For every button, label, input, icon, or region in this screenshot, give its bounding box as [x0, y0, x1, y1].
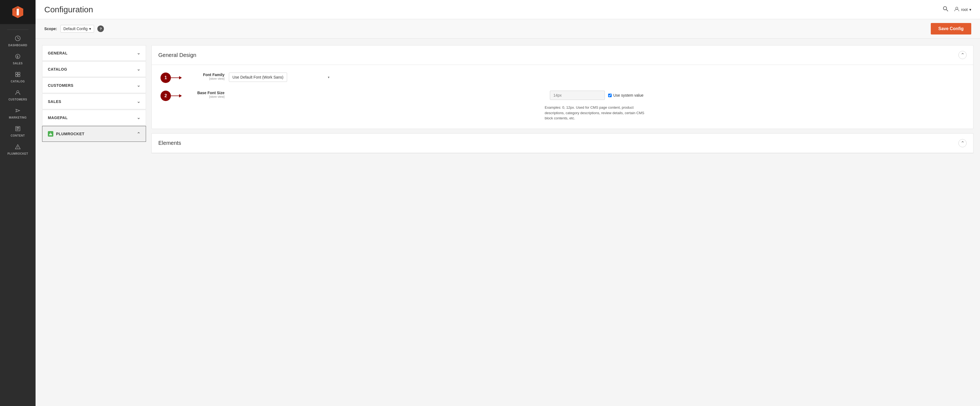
header-right: root ▾ — [943, 6, 971, 13]
svg-line-20 — [947, 10, 948, 11]
arrow-head-2 — [179, 94, 182, 98]
base-font-size-hint: Examples: 0, 12px. Used for CMS page con… — [545, 105, 649, 121]
page-title: Configuration — [44, 5, 93, 14]
general-design-header: General Design ⌃ — [152, 45, 973, 65]
main-content: Configuration root ▾ — [35, 0, 980, 406]
sidebar-item-customers-label: CUSTOMERS — [8, 98, 27, 101]
plumrocket-header-left: PLUMROCKET — [48, 131, 84, 137]
sidebar-item-marketing[interactable]: MARKETING — [0, 104, 35, 122]
svg-point-21 — [956, 7, 958, 9]
top-header: Configuration root ▾ — [35, 0, 980, 19]
accordion-header-general: GENERAL ⌄ — [42, 45, 146, 61]
base-font-size-input-wrap: Use system value Examples: 0, 12px. Used… — [229, 91, 964, 121]
svg-rect-8 — [16, 75, 18, 77]
scope-dropdown[interactable]: Default Config ▾ — [60, 25, 94, 33]
base-font-size-row: 2 Base Font Size [store view] — [161, 91, 964, 121]
accordion-label-general: GENERAL — [48, 51, 68, 55]
save-config-button[interactable]: Save Config — [931, 23, 971, 35]
step-2-indicator: 2 — [161, 91, 182, 101]
accordion-icon-customers: ⌄ — [137, 83, 140, 88]
general-design-section: General Design ⌃ 1 Font Family [store — [151, 45, 974, 129]
sidebar-item-marketing-label: MARKETING — [9, 116, 27, 119]
user-menu[interactable]: root ▾ — [954, 6, 971, 13]
base-font-size-label: Base Font Size — [186, 91, 224, 95]
base-font-size-sublabel: [store view] — [186, 95, 224, 98]
sidebar-item-content[interactable]: CONTENT — [0, 122, 35, 141]
elements-toggle[interactable]: ⌃ — [958, 139, 967, 147]
accordion-icon-catalog: ⌄ — [137, 67, 140, 72]
sidebar-item-sales[interactable]: $ SALES — [0, 50, 35, 68]
font-family-select-wrapper: Use Default Font (Work Sans) Arial Helve… — [229, 72, 333, 82]
font-family-select[interactable]: Use Default Font (Work Sans) Arial Helve… — [229, 72, 287, 82]
content-icon — [15, 126, 21, 133]
sidebar-item-dashboard-label: DASHBOARD — [8, 44, 27, 47]
arrow-line-1 — [171, 77, 179, 78]
search-icon[interactable] — [943, 6, 948, 13]
font-family-sublabel: [store view] — [186, 77, 224, 80]
general-design-body: 1 Font Family [store view] Use Default F — [152, 65, 973, 129]
scope-left: Scope: Default Config ▾ ? — [44, 25, 104, 33]
accordion-header-customers: CUSTOMERS ⌄ — [42, 78, 146, 93]
accordion-header-catalog: CATALOG ⌄ — [42, 62, 146, 77]
svg-rect-2 — [17, 9, 19, 15]
scope-value: Default Config — [64, 27, 88, 31]
accordion-item-customers[interactable]: CUSTOMERS ⌄ — [42, 77, 146, 93]
accordion-header-plumrocket: PLUMROCKET ⌃ — [42, 126, 146, 142]
plumrocket-sidebar-icon — [15, 144, 21, 150]
general-design-title: General Design — [158, 52, 196, 58]
scope-dropdown-arrow: ▾ — [89, 27, 91, 31]
svg-marker-11 — [16, 109, 20, 112]
accordion-item-magepal[interactable]: MAGEPAL ⌄ — [42, 110, 146, 125]
general-design-toggle[interactable]: ⌃ — [958, 51, 967, 59]
accordion-icon-general: ⌄ — [137, 50, 140, 56]
user-icon — [954, 6, 959, 13]
scope-label: Scope: — [44, 27, 57, 31]
svg-point-19 — [943, 6, 947, 10]
right-panel: General Design ⌃ 1 Font Family [store — [151, 45, 974, 400]
sidebar-item-dashboard[interactable]: DASHBOARD — [0, 32, 35, 50]
catalog-icon — [15, 72, 21, 78]
use-system-value-label: Use system value — [608, 93, 643, 98]
elements-section: Elements ⌃ — [151, 133, 974, 153]
accordion-item-catalog[interactable]: CATALOG ⌄ — [42, 61, 146, 77]
svg-rect-6 — [16, 72, 18, 74]
customers-icon — [15, 90, 21, 96]
username: root — [961, 7, 968, 12]
accordion-label-magepal: MAGEPAL — [48, 115, 68, 120]
sidebar-item-content-label: CONTENT — [11, 134, 25, 137]
accordion-label-plumrocket: PLUMROCKET — [56, 132, 84, 136]
step-1-indicator: 1 — [161, 72, 182, 83]
step-1-circle: 1 — [161, 72, 171, 83]
content-area: GENERAL ⌄ CATALOG ⌄ CUSTOMERS ⌄ SALES — [35, 38, 980, 406]
scope-help-button[interactable]: ? — [97, 26, 104, 32]
svg-rect-14 — [16, 129, 19, 129]
font-family-row: 1 Font Family [store view] Use Default F — [161, 72, 964, 83]
sidebar: DASHBOARD $ SALES CATALOG C — [0, 0, 35, 406]
arrow-line-2 — [171, 96, 179, 96]
accordion-label-sales: SALES — [48, 99, 61, 104]
accordion-item-sales[interactable]: SALES ⌄ — [42, 94, 146, 109]
sidebar-item-catalog-label: CATALOG — [11, 80, 25, 83]
accordion-item-general[interactable]: GENERAL ⌄ — [42, 45, 146, 61]
dashboard-icon — [15, 35, 21, 42]
scope-bar: Scope: Default Config ▾ ? Save Config — [35, 19, 980, 38]
elements-header: Elements ⌃ — [152, 134, 973, 153]
plumrocket-brand-icon — [48, 131, 53, 137]
accordion-item-plumrocket[interactable]: PLUMROCKET ⌃ — [42, 126, 146, 142]
accordion-label-catalog: CATALOG — [48, 67, 67, 72]
sidebar-item-plumrocket[interactable]: PLUMROCKET — [0, 141, 35, 158]
sidebar-item-customers[interactable]: CUSTOMERS — [0, 86, 35, 104]
sales-icon: $ — [15, 53, 21, 60]
left-panel: GENERAL ⌄ CATALOG ⌄ CUSTOMERS ⌄ SALES — [42, 45, 146, 400]
base-font-size-input[interactable] — [550, 91, 605, 100]
arrow-head-1 — [179, 76, 182, 79]
accordion-header-magepal: MAGEPAL ⌄ — [42, 110, 146, 125]
base-font-size-label-wrap: Base Font Size [store view] — [186, 91, 224, 98]
sidebar-logo — [0, 0, 35, 24]
sidebar-item-sales-label: SALES — [13, 62, 23, 65]
accordion-icon-plumrocket: ⌃ — [137, 131, 140, 137]
use-system-value-checkbox[interactable] — [608, 94, 612, 97]
sidebar-item-catalog[interactable]: CATALOG — [0, 68, 35, 86]
step-2-circle: 2 — [161, 91, 171, 101]
marketing-icon — [15, 107, 21, 114]
